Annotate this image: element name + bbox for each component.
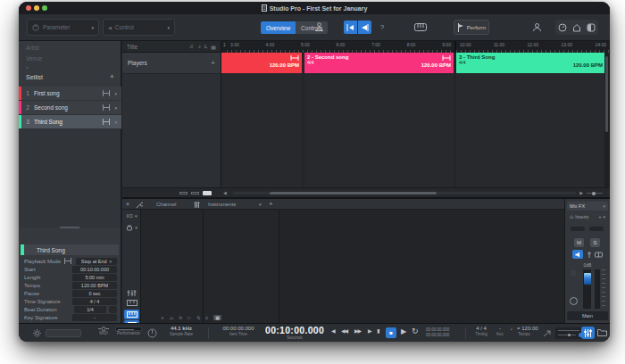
playback-mode-select[interactable]: Stop at End▾ [76, 258, 117, 265]
channel-list[interactable] [141, 210, 204, 323]
zoom-slider-handle[interactable] [592, 192, 596, 195]
playback-mode-icon[interactable] [290, 55, 299, 61]
play-tool-icon[interactable]: ▷ [188, 315, 191, 320]
venue-field[interactable]: Venue [26, 55, 42, 62]
traffic-light-zoom-icon[interactable] [42, 5, 47, 11]
key-display[interactable]: - Key [494, 326, 506, 336]
instruments-column-header[interactable]: Instruments [208, 202, 236, 207]
setlist-item-second-song[interactable]: 2 Second song ▾ [19, 101, 121, 115]
macro-controls-button[interactable] [124, 290, 139, 296]
bar-tool-icon[interactable]: ▭ [170, 315, 174, 320]
mixer-slot-button[interactable] [589, 227, 604, 231]
instruments-list[interactable] [204, 210, 279, 323]
io-selector[interactable]: I/O▾ [124, 213, 139, 219]
return-marker-button[interactable]: ▮ [377, 327, 379, 334]
input-gain-icon[interactable] [587, 252, 592, 258]
perform-button[interactable]: Perform [454, 20, 489, 35]
grid-view-icon[interactable]: ▤ [211, 44, 216, 50]
vertical-scrollbar[interactable] [604, 53, 610, 187]
parameter-dropdown[interactable]: Parameter ▾ [27, 19, 99, 36]
beat-duration-option-button[interactable] [109, 306, 117, 313]
grid-tool-icon[interactable]: ▦ [213, 315, 221, 320]
sort-tool-icon[interactable]: ⇅ [196, 315, 200, 320]
stop-button[interactable]: ■ [386, 327, 396, 338]
browser-folder-icon[interactable] [597, 328, 607, 336]
playback-mode-icon[interactable] [63, 258, 72, 264]
rewind-button[interactable]: ◀◀ [341, 327, 347, 334]
track-size-large-button[interactable] [203, 191, 212, 195]
curve-tool-icon[interactable]: ∧ [161, 315, 164, 320]
close-icon[interactable]: × [126, 201, 129, 207]
playback-mode-icon[interactable] [442, 55, 451, 61]
mute-button[interactable]: M [574, 238, 584, 247]
start-value[interactable]: 00:10:00.000 [72, 266, 117, 273]
marker-next-button[interactable] [358, 21, 371, 34]
traffic-light-minimize-icon[interactable] [34, 5, 39, 11]
channel-column-header[interactable]: Channel [156, 202, 176, 207]
home-icon[interactable] [572, 23, 581, 32]
vertical-scrollbar-thumb[interactable] [605, 56, 608, 132]
time-signature-value[interactable]: 4 / 4 [72, 298, 117, 305]
open-mixer-button[interactable] [581, 327, 595, 339]
fader-cap[interactable] [584, 273, 591, 285]
add-instrument-button[interactable]: + [269, 200, 273, 208]
note-icon[interactable]: ♪ [198, 44, 201, 49]
song-block-third[interactable]: 3 - Third Song 4/4 120.00 BPM [456, 53, 604, 73]
tempo-value[interactable]: 120.00 BPM [72, 282, 117, 289]
plug-selector[interactable]: ▾ [124, 224, 139, 231]
chevron-down-icon[interactable]: ▾ [114, 91, 117, 96]
wrench-icon[interactable] [136, 202, 143, 209]
horizontal-scrollbar[interactable] [233, 192, 576, 194]
add-song-button[interactable]: + [110, 72, 114, 81]
preset-box[interactable] [46, 329, 81, 337]
tuner-button[interactable] [312, 21, 326, 34]
scroll-left-arrow[interactable]: ◀ [223, 190, 227, 195]
add-player-button[interactable]: + [211, 59, 215, 67]
play-button[interactable]: ▶ [401, 327, 405, 335]
fast-forward-button[interactable]: ▶▶ [354, 327, 361, 334]
performance-meter[interactable]: Performance [113, 326, 144, 335]
monitor-button[interactable] [572, 250, 583, 259]
solo-button[interactable]: S [590, 238, 600, 247]
scroll-right-arrow[interactable]: ▶ [579, 190, 583, 195]
zoom-slider[interactable] [587, 193, 603, 194]
playback-mode-icon[interactable] [102, 104, 111, 111]
song-lane-body[interactable] [456, 73, 604, 187]
expand-chevrons-icon[interactable]: » [26, 64, 29, 70]
key-signature-value[interactable]: - [72, 314, 117, 321]
pan-knob[interactable] [570, 297, 578, 305]
volume-fader[interactable] [583, 269, 591, 309]
time-ruler[interactable]: 1 3:00 4:00 5:00 6:00 7:00 8:00 9:00 10:… [221, 41, 610, 53]
account-button[interactable] [529, 21, 544, 34]
keyboard-view-button[interactable] [124, 310, 139, 319]
track-size-small-button[interactable] [179, 192, 188, 194]
loop-button[interactable]: ↻ [412, 327, 418, 335]
song-lane-body[interactable] [304, 73, 454, 187]
song-block-first[interactable]: 120.00 BPM [221, 53, 302, 73]
pan-slot[interactable] [571, 270, 576, 276]
list-tool-icon[interactable]: ≡ [205, 315, 208, 320]
song-block-second[interactable]: 2 - Second song 4/4 120.00 BPM [304, 53, 454, 73]
arrangement-icon[interactable]: ♬ [189, 44, 195, 49]
song-lane-body[interactable] [221, 73, 302, 187]
gear-icon[interactable] [33, 329, 41, 337]
horizontal-scrollbar-thumb[interactable] [270, 192, 437, 194]
lyrics-icon[interactable]: L [204, 44, 207, 49]
timing-display[interactable]: 4 / 4 Timing [471, 326, 492, 336]
main-time-display[interactable]: 00:10:00.000 Seconds [265, 325, 324, 340]
tempo-ramp-icon[interactable] [544, 329, 553, 337]
previous-song-button[interactable]: ◀ [331, 327, 335, 334]
instrument-editor-button[interactable] [124, 300, 139, 306]
traffic-light-close-icon[interactable] [26, 5, 31, 11]
chevron-down-icon[interactable]: ▾ [114, 105, 117, 111]
overview-button[interactable]: Overview [261, 21, 296, 34]
notifications-icon[interactable] [587, 23, 596, 32]
marker-previous-button[interactable] [344, 21, 357, 34]
control-dropdown[interactable]: ◀ Control ▾ [103, 19, 175, 36]
sample-rate-display[interactable]: 44.1 kHz Sample Rate [162, 326, 201, 336]
chevron-down-icon[interactable]: ▾ [259, 202, 262, 207]
chevron-down-icon[interactable]: ▾ [114, 120, 117, 125]
length-value[interactable]: 5:00 min [72, 274, 117, 281]
inserts-section[interactable]: ⊙ Inserts + ▾ [567, 212, 608, 221]
add-insert-button[interactable]: + [599, 214, 602, 219]
